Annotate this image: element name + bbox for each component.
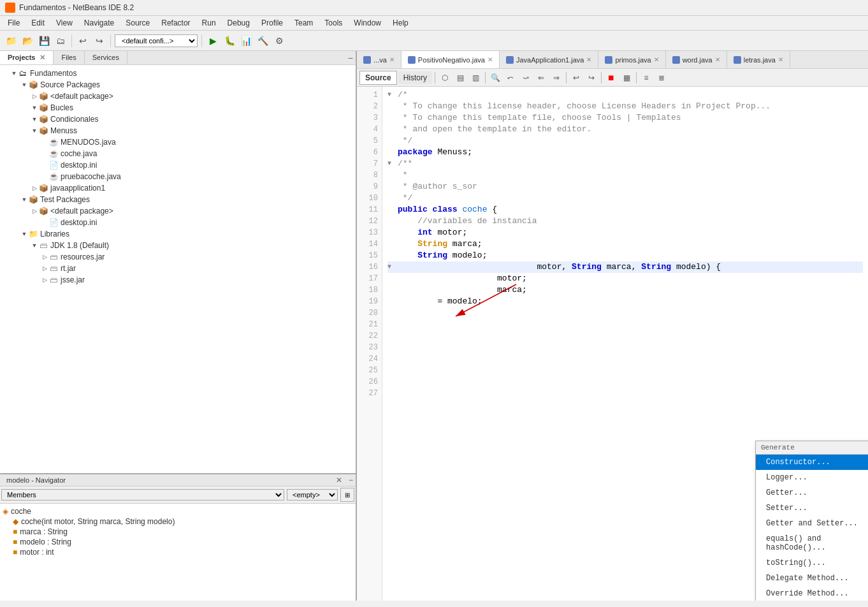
tree-item-condicionales[interactable]: ▼ 📦 Condicionales (0, 113, 356, 125)
tab-primos[interactable]: primos.java ✕ (598, 51, 665, 68)
tree-item-jdk[interactable]: ▼ 🗃 JDK 1.8 (Default) (0, 240, 356, 251)
tree-item-libraries[interactable]: ▼ 📁 Libraries (0, 228, 356, 240)
menu-item-debug[interactable]: Debug (222, 17, 255, 29)
tree-item-source-packages[interactable]: ▼ 📦 Source Packages (0, 79, 356, 91)
ctx-item-getter-setter[interactable]: Getter and Setter... (756, 516, 868, 531)
source-tab[interactable]: Source (359, 71, 397, 85)
nav-close-btn[interactable]: ✕ (332, 474, 346, 486)
redo-btn[interactable]: ↪ (92, 34, 106, 48)
tree-item-menuss[interactable]: ▼ 📦 Menuss (0, 125, 356, 136)
menu-item-help[interactable]: Help (387, 17, 414, 29)
toggle-libraries[interactable]: ▼ (20, 230, 28, 238)
toggle-jsse[interactable]: ▷ (41, 276, 48, 284)
tree-item-menudos[interactable]: ☕ MENUDOS.java (0, 136, 356, 148)
toggle-menuss[interactable]: ▼ (31, 127, 38, 135)
toggle-test-packages[interactable]: ▼ (20, 196, 28, 203)
et-btn2[interactable]: ▤ (453, 71, 467, 85)
nav-item-coche-class[interactable]: ◈ coche (3, 506, 353, 516)
tree-item-desktop-ini[interactable]: 📄 desktop.ini (0, 159, 356, 171)
toggle-test-default[interactable]: ▷ (31, 207, 38, 215)
nav-item-marca[interactable]: ■ marca : String (13, 527, 353, 537)
menu-item-file[interactable]: File (3, 17, 25, 29)
tab-va-close[interactable]: ✕ (389, 56, 394, 63)
toggle-rt[interactable]: ▷ (41, 265, 48, 272)
tab-pn-close[interactable]: ✕ (488, 56, 493, 63)
menu-item-tools[interactable]: Tools (319, 17, 347, 29)
et-btn10[interactable]: ↪ (584, 71, 598, 85)
menu-item-profile[interactable]: Profile (256, 17, 288, 29)
tree-item-coche[interactable]: ☕ coche.java (0, 148, 356, 159)
tab-word[interactable]: word.java ✕ (666, 51, 727, 68)
ctx-item-delegate[interactable]: Delegate Method... (756, 571, 868, 586)
tab-positivo-negativo[interactable]: PositivoNegativo.java ✕ (401, 51, 500, 68)
fold-1[interactable]: ▼ (387, 89, 395, 101)
menu-item-navigate[interactable]: Navigate (79, 17, 119, 29)
undo-btn[interactable]: ↩ (76, 34, 90, 48)
et-btn3[interactable]: ▥ (468, 71, 482, 85)
tree-item-jsse-jar[interactable]: ▷ 🗃 jsse.jar (0, 274, 356, 286)
nav-filter-select[interactable]: Members (1, 489, 284, 501)
tree-item-test-default-pkg[interactable]: ▷ 📦 <default package> (0, 205, 356, 217)
tab-primos-close[interactable]: ✕ (654, 56, 659, 63)
tab-services[interactable]: Services (85, 51, 127, 64)
tree-item-default-pkg[interactable]: ▷ 📦 <default package> (0, 91, 356, 102)
toggle-default-pkg[interactable]: ▷ (31, 92, 38, 100)
et-btn12[interactable]: ▦ (619, 71, 633, 85)
new-project-btn[interactable]: 📁 (4, 34, 18, 48)
config-dropdown[interactable]: <default confi...> (115, 34, 198, 47)
tree-item-rt-jar[interactable]: ▷ 🗃 rt.jar (0, 263, 356, 274)
nav-item-constructor[interactable]: ◆ coche(int motor, String marca, String … (13, 516, 353, 527)
et-btn9[interactable]: ↩ (569, 71, 583, 85)
open-project-btn[interactable]: 📂 (20, 34, 34, 48)
et-btn4[interactable]: 🔍 (488, 71, 502, 85)
tab-ja1-close[interactable]: ✕ (586, 56, 591, 63)
project-tree[interactable]: ▼ 🗂 Fundamentos ▼ 📦 Source Packages ▷ 📦 … (0, 65, 356, 473)
menu-item-edit[interactable]: Edit (26, 17, 50, 29)
toggle-bucles[interactable]: ▼ (31, 104, 38, 112)
et-btn8[interactable]: ⇒ (549, 71, 563, 85)
tree-item-fundamentos[interactable]: ▼ 🗂 Fundamentos (0, 68, 356, 79)
code-editor[interactable]: 1 2 3 4 5 6 7 8 9 10 11 12 13 14 15 16 1… (357, 87, 868, 601)
ctx-item-constructor[interactable]: Constructor... (756, 455, 868, 470)
menu-item-refactor[interactable]: Refactor (156, 17, 195, 29)
tree-item-pruebacoche[interactable]: ☕ pruebacoche.java (0, 171, 356, 182)
tree-item-resources-jar[interactable]: ▷ 🗃 resources.jar (0, 251, 356, 263)
menu-item-view[interactable]: View (51, 17, 78, 29)
nav-item-modelo[interactable]: ■ modelo : String (13, 537, 353, 547)
fold-20[interactable]: ▼ (387, 261, 395, 273)
tree-item-javaapp1[interactable]: ▷ 📦 javaapplication1 (0, 182, 356, 194)
menu-item-window[interactable]: Window (349, 17, 386, 29)
et-btn11[interactable]: ⏹ (604, 71, 618, 85)
panel-minimize-btn[interactable]: − (348, 53, 353, 63)
clean-btn[interactable]: 🔨 (256, 34, 270, 48)
menu-item-run[interactable]: Run (197, 17, 221, 29)
et-btn14[interactable]: ≣ (655, 71, 669, 85)
ctx-item-override[interactable]: Override Method... (756, 586, 868, 601)
ctx-item-logger[interactable]: Logger... (756, 470, 868, 485)
save-all-btn[interactable]: 🗂 (54, 34, 68, 48)
tree-item-desktop-ini-test[interactable]: 📄 desktop.ini (0, 217, 356, 228)
tree-item-test-packages[interactable]: ▼ 📦 Test Packages (0, 194, 356, 205)
toggle-resources[interactable]: ▷ (41, 253, 48, 261)
fold-8[interactable]: ▼ (387, 158, 395, 170)
profile-btn[interactable]: 📊 (239, 34, 253, 48)
tab-javaapp1[interactable]: JavaApplication1.java ✕ (500, 51, 598, 68)
ctx-item-tostring[interactable]: toString()... (756, 555, 868, 571)
menu-item-team[interactable]: Team (289, 17, 318, 29)
et-btn7[interactable]: ⇐ (534, 71, 548, 85)
tab-letras[interactable]: letras.java ✕ (727, 51, 790, 68)
tab-letras-close[interactable]: ✕ (778, 56, 783, 63)
tree-item-bucles[interactable]: ▼ 📦 Bucles (0, 102, 356, 113)
nav-empty-select[interactable]: <empty> (287, 489, 338, 501)
et-btn13[interactable]: ≡ (639, 71, 653, 85)
menu-item-source[interactable]: Source (120, 17, 155, 29)
run-btn[interactable]: ▶ (206, 34, 220, 48)
nav-icon-btn[interactable]: ⊞ (340, 488, 354, 502)
tab-word-close[interactable]: ✕ (715, 56, 720, 63)
nav-minimize-btn[interactable]: − (349, 476, 353, 485)
et-btn1[interactable]: ⬡ (438, 71, 452, 85)
ctx-item-setter[interactable]: Setter... (756, 501, 868, 516)
history-tab[interactable]: History (398, 71, 432, 84)
tab-projects[interactable]: Projects ✕ (0, 51, 54, 64)
save-btn[interactable]: 💾 (37, 34, 51, 48)
